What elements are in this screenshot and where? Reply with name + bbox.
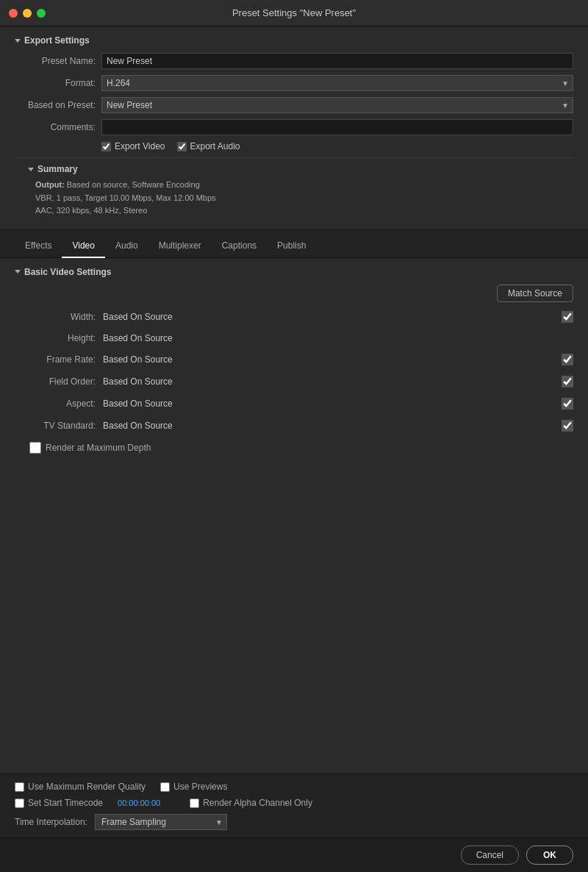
summary-line3: AAC, 320 kbps, 48 kHz, Stereo bbox=[35, 204, 573, 218]
tabs-bar: Effects Video Audio Multiplexer Captions… bbox=[0, 230, 588, 258]
frame-rate-checkbox[interactable] bbox=[562, 354, 573, 365]
comments-row: Comments: bbox=[15, 119, 573, 135]
export-settings-panel: Export Settings Preset Name: Format: H.2… bbox=[0, 26, 588, 230]
preset-name-input[interactable] bbox=[101, 53, 573, 69]
width-value: Based On Source bbox=[103, 312, 562, 322]
time-interpolation-select-wrapper: Frame Sampling Frame Blending Optical Fl… bbox=[95, 814, 227, 830]
summary-line1: Based on source, Software Encoding bbox=[67, 180, 200, 189]
format-label: Format: bbox=[15, 78, 96, 88]
format-select[interactable]: H.264 bbox=[101, 75, 573, 91]
time-interpolation-select[interactable]: Frame Sampling Frame Blending Optical Fl… bbox=[95, 814, 227, 830]
aspect-label: Aspect: bbox=[15, 399, 96, 409]
field-order-label: Field Order: bbox=[15, 376, 96, 387]
use-previews-item[interactable]: Use Previews bbox=[160, 782, 227, 792]
export-audio-checkbox-item[interactable]: Export Audio bbox=[177, 141, 240, 151]
tv-standard-checkbox[interactable] bbox=[562, 420, 573, 432]
width-label: Width: bbox=[15, 312, 96, 322]
bottom-options-bar: Use Maximum Render Quality Use Previews … bbox=[0, 773, 588, 837]
summary-label: Summary bbox=[37, 164, 78, 174]
field-order-value: Based On Source bbox=[103, 376, 562, 387]
export-video-label: Export Video bbox=[115, 141, 165, 151]
based-on-preset-select[interactable]: New Preset bbox=[101, 97, 573, 113]
aspect-value: Based On Source bbox=[103, 399, 562, 409]
summary-chevron-icon bbox=[28, 168, 34, 171]
summary-section: Summary Output: Based on source, Softwar… bbox=[28, 164, 573, 218]
video-settings-panel: Basic Video Settings Match Source Width:… bbox=[0, 258, 588, 773]
export-settings-label: Export Settings bbox=[24, 35, 90, 46]
minimize-button[interactable] bbox=[23, 9, 32, 18]
cancel-button[interactable]: Cancel bbox=[461, 846, 519, 865]
height-value: Based On Source bbox=[103, 333, 573, 343]
summary-content: Output: Based on source, Software Encodi… bbox=[35, 179, 573, 218]
output-label: Output: bbox=[35, 180, 65, 189]
tv-standard-row: TV Standard: Based On Source bbox=[15, 420, 573, 432]
main-content: Export Settings Preset Name: Format: H.2… bbox=[0, 26, 588, 872]
format-row: Format: H.264 ▼ bbox=[15, 75, 573, 91]
use-previews-checkbox[interactable] bbox=[160, 782, 170, 792]
use-max-render-quality-item[interactable]: Use Maximum Render Quality bbox=[15, 782, 146, 792]
summary-line2: VBR, 1 pass, Target 10.00 Mbps, Max 12.0… bbox=[35, 192, 573, 205]
preset-name-row: Preset Name: bbox=[15, 53, 573, 69]
based-on-preset-select-wrapper: New Preset ▼ bbox=[101, 97, 573, 113]
tv-standard-label: TV Standard: bbox=[15, 421, 96, 431]
match-source-row: Match Source bbox=[15, 285, 573, 302]
height-row: Height: Based On Source bbox=[15, 333, 573, 343]
ok-button[interactable]: OK bbox=[526, 846, 573, 865]
export-settings-header: Export Settings bbox=[15, 35, 573, 46]
use-previews-label: Use Previews bbox=[173, 782, 227, 792]
render-alpha-channel-label: Render Alpha Channel Only bbox=[203, 798, 312, 808]
frame-rate-label: Frame Rate: bbox=[15, 354, 96, 365]
traffic-lights bbox=[9, 9, 46, 18]
render-max-depth-label: Render at Maximum Depth bbox=[46, 443, 151, 453]
tab-audio[interactable]: Audio bbox=[105, 235, 148, 258]
export-video-checkbox[interactable] bbox=[101, 142, 111, 151]
width-row: Width: Based On Source bbox=[15, 311, 573, 323]
render-max-depth-checkbox[interactable] bbox=[29, 442, 41, 454]
basic-video-chevron-icon bbox=[15, 270, 21, 274]
close-button[interactable] bbox=[9, 9, 18, 18]
basic-video-label: Basic Video Settings bbox=[24, 267, 111, 277]
match-source-button[interactable]: Match Source bbox=[497, 285, 573, 302]
aspect-checkbox[interactable] bbox=[562, 398, 573, 410]
tab-effects[interactable]: Effects bbox=[15, 235, 62, 258]
set-start-timecode-item[interactable]: Set Start Timecode bbox=[15, 798, 103, 808]
bottom-options-row1: Use Maximum Render Quality Use Previews bbox=[15, 782, 573, 792]
use-max-render-quality-label: Use Maximum Render Quality bbox=[28, 782, 146, 792]
summary-header: Summary bbox=[28, 164, 573, 174]
footer-buttons: Cancel OK bbox=[0, 837, 588, 872]
comments-label: Comments: bbox=[15, 122, 96, 132]
set-start-timecode-label: Set Start Timecode bbox=[28, 798, 103, 808]
export-audio-checkbox[interactable] bbox=[177, 142, 187, 151]
export-checkboxes: Export Video Export Audio bbox=[101, 141, 573, 151]
frame-rate-row: Frame Rate: Based On Source bbox=[15, 354, 573, 365]
render-alpha-channel-item[interactable]: Render Alpha Channel Only bbox=[190, 798, 312, 808]
basic-video-header: Basic Video Settings bbox=[15, 267, 573, 277]
width-checkbox[interactable] bbox=[562, 311, 573, 323]
use-max-render-quality-checkbox[interactable] bbox=[15, 782, 24, 792]
tab-multiplexer[interactable]: Multiplexer bbox=[148, 235, 212, 258]
tab-publish[interactable]: Publish bbox=[267, 235, 316, 258]
render-alpha-channel-checkbox[interactable] bbox=[190, 798, 199, 808]
set-start-timecode-checkbox[interactable] bbox=[15, 798, 24, 808]
frame-rate-value: Based On Source bbox=[103, 354, 562, 365]
timecode-value: 00:00:00:00 bbox=[118, 798, 160, 807]
maximize-button[interactable] bbox=[37, 9, 46, 18]
render-max-depth-row: Render at Maximum Depth bbox=[29, 442, 573, 454]
tv-standard-value: Based On Source bbox=[103, 421, 562, 431]
time-interpolation-label: Time Interpolation: bbox=[15, 817, 87, 827]
tab-video[interactable]: Video bbox=[62, 235, 104, 258]
comments-input[interactable] bbox=[101, 119, 573, 135]
chevron-down-icon bbox=[15, 39, 21, 43]
time-interpolation-row: Time Interpolation: Frame Sampling Frame… bbox=[15, 814, 573, 830]
window-title: Preset Settings "New Preset" bbox=[232, 7, 356, 18]
based-on-preset-label: Based on Preset: bbox=[15, 100, 96, 110]
tab-captions[interactable]: Captions bbox=[212, 235, 267, 258]
field-order-checkbox[interactable] bbox=[562, 376, 573, 387]
aspect-row: Aspect: Based On Source bbox=[15, 398, 573, 410]
format-select-wrapper: H.264 ▼ bbox=[101, 75, 573, 91]
export-video-checkbox-item[interactable]: Export Video bbox=[101, 141, 165, 151]
titlebar: Preset Settings "New Preset" bbox=[0, 0, 588, 26]
summary-output-row: Output: Based on source, Software Encodi… bbox=[35, 179, 573, 192]
field-order-row: Field Order: Based On Source bbox=[15, 376, 573, 387]
export-audio-label: Export Audio bbox=[190, 141, 240, 151]
